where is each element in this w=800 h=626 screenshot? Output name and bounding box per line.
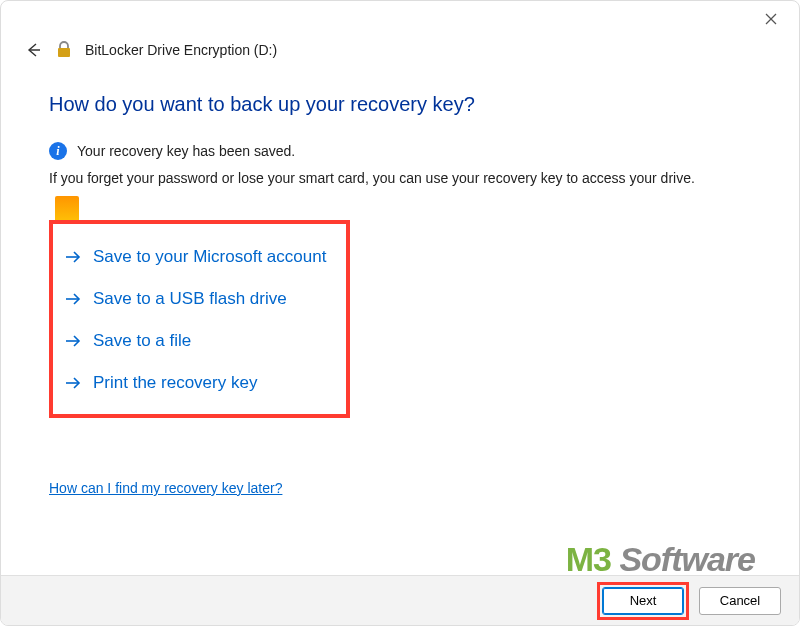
wizard-footer: Next Cancel [1, 575, 799, 625]
annotation-marker [55, 196, 79, 222]
arrow-right-icon [65, 292, 83, 306]
window-titlebar [1, 1, 799, 37]
description-text: If you forget your password or lose your… [49, 170, 751, 186]
next-button-highlight: Next [597, 582, 689, 620]
option-label: Save to your Microsoft account [93, 247, 326, 267]
page-heading: How do you want to back up your recovery… [49, 93, 751, 116]
info-icon: i [49, 142, 67, 160]
close-icon [765, 13, 777, 25]
watermark: M3 Software [566, 540, 755, 579]
status-row: i Your recovery key has been saved. [49, 142, 751, 160]
option-save-usb[interactable]: Save to a USB flash drive [61, 278, 330, 320]
option-label: Print the recovery key [93, 373, 257, 393]
option-label: Save to a file [93, 331, 191, 351]
close-button[interactable] [755, 5, 787, 33]
option-label: Save to a USB flash drive [93, 289, 287, 309]
arrow-right-icon [65, 334, 83, 348]
option-print[interactable]: Print the recovery key [61, 362, 330, 404]
arrow-right-icon [65, 376, 83, 390]
svg-rect-3 [58, 48, 70, 57]
next-button[interactable]: Next [602, 587, 684, 615]
bitlocker-icon [55, 41, 73, 59]
window-title: BitLocker Drive Encryption (D:) [85, 42, 277, 58]
cancel-button[interactable]: Cancel [699, 587, 781, 615]
arrow-right-icon [65, 250, 83, 264]
wizard-header: BitLocker Drive Encryption (D:) [1, 37, 799, 67]
back-arrow-icon [24, 41, 42, 59]
options-highlight-box: Save to your Microsoft account Save to a… [49, 220, 350, 418]
option-save-file[interactable]: Save to a file [61, 320, 330, 362]
wizard-content: How do you want to back up your recovery… [1, 67, 799, 497]
status-text: Your recovery key has been saved. [77, 143, 295, 159]
back-button[interactable] [23, 41, 43, 59]
help-link[interactable]: How can I find my recovery key later? [49, 480, 282, 496]
option-save-microsoft-account[interactable]: Save to your Microsoft account [61, 236, 330, 278]
